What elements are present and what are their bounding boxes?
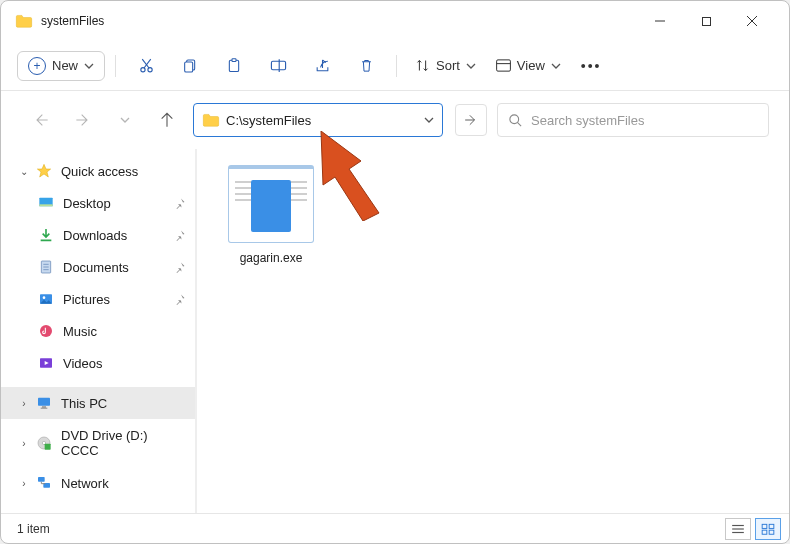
chevron-right-icon: › — [17, 398, 31, 409]
svg-rect-41 — [762, 530, 767, 534]
share-button[interactable] — [302, 49, 342, 83]
search-box[interactable] — [497, 103, 769, 137]
star-icon — [35, 162, 53, 180]
sidebar-item-label: Downloads — [63, 228, 170, 243]
disc-icon — [35, 434, 53, 452]
svg-rect-11 — [232, 59, 236, 62]
sidebar-item-music[interactable]: Music — [1, 315, 196, 347]
sidebar-item-label: Documents — [63, 260, 170, 275]
forward-button[interactable] — [67, 104, 99, 136]
sort-icon — [415, 58, 430, 73]
chevron-down-icon — [84, 61, 94, 71]
sidebar-item-label: Music — [63, 324, 186, 339]
back-button[interactable] — [25, 104, 57, 136]
svg-line-17 — [517, 122, 521, 126]
folder-icon — [202, 113, 220, 127]
sidebar-item-this-pc[interactable]: › This PC — [1, 387, 196, 419]
cut-button[interactable] — [126, 49, 166, 83]
desktop-icon — [37, 194, 55, 212]
pin-icon — [174, 261, 186, 273]
maximize-button[interactable] — [683, 5, 729, 37]
paste-button[interactable] — [214, 49, 254, 83]
sidebar-item-network[interactable]: › Network — [1, 467, 196, 499]
titlebar: systemFiles — [1, 1, 789, 41]
rename-button[interactable] — [258, 49, 298, 83]
new-button[interactable]: + New — [17, 51, 105, 81]
svg-rect-33 — [45, 444, 51, 450]
sidebar: ⌄ Quick access Desktop Downloads Documen… — [1, 149, 197, 513]
documents-icon — [37, 258, 55, 276]
chevron-right-icon: › — [17, 438, 31, 449]
folder-icon — [15, 14, 33, 28]
svg-point-16 — [510, 114, 519, 123]
window-title: systemFiles — [41, 14, 637, 28]
new-label: New — [52, 58, 78, 73]
sidebar-item-label: Videos — [63, 356, 186, 371]
details-view-toggle[interactable] — [725, 518, 751, 540]
pictures-icon — [37, 290, 55, 308]
svg-rect-28 — [38, 398, 50, 406]
toolbar: + New Sort View ••• — [1, 41, 789, 91]
item-count: 1 item — [17, 522, 50, 536]
svg-rect-42 — [769, 530, 774, 534]
plus-circle-icon: + — [28, 57, 46, 75]
recent-dropdown[interactable] — [109, 104, 141, 136]
downloads-icon — [37, 226, 55, 244]
pc-icon — [35, 394, 53, 412]
statusbar: 1 item — [1, 513, 789, 543]
chevron-down-icon — [551, 61, 561, 71]
chevron-right-icon: › — [17, 478, 31, 489]
copy-button[interactable] — [170, 49, 210, 83]
search-icon — [508, 113, 523, 128]
svg-rect-39 — [762, 524, 767, 528]
chevron-down-icon — [424, 115, 434, 125]
navbar: C:\systemFiles — [1, 91, 789, 149]
sidebar-item-videos[interactable]: Videos — [1, 347, 196, 379]
sidebar-item-dvd[interactable]: › DVD Drive (D:) CCCC — [1, 427, 196, 459]
sidebar-item-label: Pictures — [63, 292, 170, 307]
svg-point-26 — [40, 325, 52, 337]
svg-rect-12 — [271, 61, 285, 70]
network-icon — [35, 474, 53, 492]
up-button[interactable] — [151, 104, 183, 136]
view-label: View — [517, 58, 545, 73]
svg-rect-14 — [496, 60, 510, 71]
close-button[interactable] — [729, 5, 775, 37]
svg-rect-30 — [41, 408, 48, 409]
view-button[interactable]: View — [488, 53, 569, 78]
file-name: gagarin.exe — [221, 251, 321, 265]
svg-point-25 — [43, 296, 46, 299]
sidebar-item-label: This PC — [61, 396, 186, 411]
minimize-button[interactable] — [637, 5, 683, 37]
sort-button[interactable]: Sort — [407, 53, 484, 78]
svg-rect-40 — [769, 524, 774, 528]
address-bar[interactable]: C:\systemFiles — [193, 103, 443, 137]
content-pane[interactable]: gagarin.exe — [197, 149, 789, 513]
refresh-button[interactable] — [455, 104, 487, 136]
sidebar-item-documents[interactable]: Documents — [1, 251, 196, 283]
view-icon — [496, 59, 511, 72]
sidebar-item-label: Quick access — [61, 164, 186, 179]
sidebar-item-desktop[interactable]: Desktop — [1, 187, 196, 219]
file-item[interactable]: gagarin.exe — [221, 165, 321, 265]
address-text: C:\systemFiles — [226, 113, 418, 128]
body: ⌄ Quick access Desktop Downloads Documen… — [1, 149, 789, 513]
pin-icon — [174, 293, 186, 305]
sidebar-item-label: Desktop — [63, 196, 170, 211]
sidebar-item-downloads[interactable]: Downloads — [1, 219, 196, 251]
svg-rect-9 — [185, 62, 193, 72]
search-input[interactable] — [531, 113, 758, 128]
more-button[interactable]: ••• — [573, 53, 610, 79]
sidebar-item-quick-access[interactable]: ⌄ Quick access — [1, 155, 196, 187]
sidebar-item-label: DVD Drive (D:) CCCC — [61, 428, 186, 458]
music-icon — [37, 322, 55, 340]
sidebar-item-pictures[interactable]: Pictures — [1, 283, 196, 315]
svg-rect-34 — [38, 477, 45, 482]
pin-icon — [174, 229, 186, 241]
sidebar-item-label: Network — [61, 476, 186, 491]
svg-rect-19 — [39, 204, 52, 206]
pin-icon — [174, 197, 186, 209]
file-thumbnail-icon — [228, 165, 314, 243]
delete-button[interactable] — [346, 49, 386, 83]
icons-view-toggle[interactable] — [755, 518, 781, 540]
